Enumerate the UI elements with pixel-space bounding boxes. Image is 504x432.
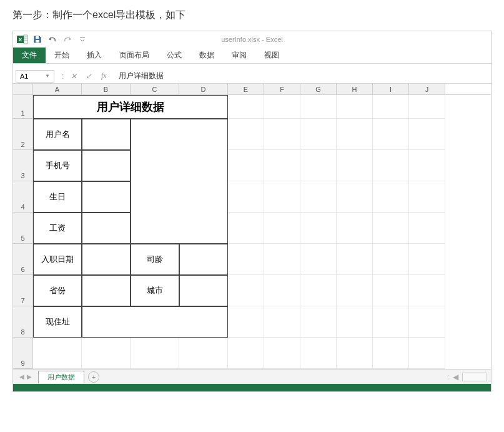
cell-phone-label[interactable]: 手机号 <box>33 150 82 181</box>
formula-bar-icons: : ✕ ✓ fx <box>57 71 114 81</box>
row-header-2[interactable]: 2 <box>13 119 33 150</box>
ribbon-tab-view[interactable]: 视图 <box>255 48 288 63</box>
cell-province-label[interactable]: 省份 <box>33 275 82 306</box>
cell-salary-label[interactable]: 工资 <box>33 213 82 244</box>
col-header-c[interactable]: C <box>131 84 179 94</box>
col-header-h[interactable]: H <box>337 84 373 94</box>
col-header-j[interactable]: J <box>409 84 445 94</box>
formula-input[interactable]: 用户详细数据 <box>114 71 491 81</box>
cell-d6[interactable] <box>179 244 228 275</box>
ribbon-tab-home[interactable]: 开始 <box>46 48 78 63</box>
cell-b7[interactable] <box>82 275 131 306</box>
add-sheet-button[interactable]: + <box>88 371 99 383</box>
quick-access-toolbar: X userInfo.xlsx - Excel <box>13 31 491 48</box>
qat-dropdown-icon[interactable] <box>76 33 89 46</box>
name-box-value: A1 <box>20 73 28 80</box>
col-header-a[interactable]: A <box>33 84 82 94</box>
ribbon-tab-review[interactable]: 审阅 <box>223 48 255 63</box>
grid-area: A B C D E F G H I J 1 2 3 4 5 6 7 8 9 <box>13 84 491 369</box>
col-header-i[interactable]: I <box>373 84 409 94</box>
sheet-tabs: ◀ ▶ 用户数据 + : ◀ <box>13 369 491 384</box>
cell-city-label[interactable]: 城市 <box>131 275 179 306</box>
row-header-8[interactable]: 8 <box>13 306 33 338</box>
enter-icon[interactable]: ✓ <box>84 72 94 81</box>
row-header-1[interactable]: 1 <box>13 95 33 119</box>
row-header-7[interactable]: 7 <box>13 275 33 306</box>
chevron-down-icon: ▼ <box>45 73 50 79</box>
cancel-icon[interactable]: ✕ <box>69 72 79 81</box>
row-header-6[interactable]: 6 <box>13 244 33 275</box>
cell-b3[interactable] <box>82 150 131 181</box>
hscroll-section: : ◀ <box>447 373 487 381</box>
row-headers: 1 2 3 4 5 6 7 8 9 <box>13 95 33 369</box>
sheet-next-icon[interactable]: ▶ <box>27 373 32 380</box>
cell-b4[interactable] <box>82 181 131 213</box>
colon-separator: : <box>62 72 64 81</box>
formula-bar: A1 ▼ : ✕ ✓ fx 用户详细数据 <box>13 69 491 84</box>
col-header-g[interactable]: G <box>300 84 337 94</box>
cell-b2[interactable] <box>82 119 131 150</box>
cell-merged-cd-2to5[interactable] <box>131 119 228 244</box>
ribbon-tab-insert[interactable]: 插入 <box>78 48 111 63</box>
cell-b6[interactable] <box>82 244 131 275</box>
sheet-tab-active[interactable]: 用户数据 <box>38 371 84 383</box>
save-icon[interactable] <box>31 33 44 46</box>
cells-container[interactable]: 用户详细数据 用户名 手机号 生日 工资 入职日期 司龄 省份 <box>33 95 491 369</box>
cell-tenure-label[interactable]: 司龄 <box>131 244 179 275</box>
cell-username-label[interactable]: 用户名 <box>33 119 82 150</box>
col-header-d[interactable]: D <box>179 84 228 94</box>
hscroll-left-icon[interactable]: ◀ <box>453 373 458 381</box>
ribbon-tab-layout[interactable]: 页面布局 <box>111 48 158 63</box>
select-all-corner[interactable] <box>13 84 33 94</box>
ribbon-tab-data[interactable]: 数据 <box>190 48 223 63</box>
ribbon: 文件 开始 插入 页面布局 公式 数据 审阅 视图 <box>13 48 491 64</box>
fx-icon[interactable]: fx <box>99 71 109 81</box>
excel-icon: X <box>16 33 29 46</box>
ribbon-tab-formula[interactable]: 公式 <box>158 48 190 63</box>
sheet-prev-icon[interactable]: ◀ <box>19 373 24 380</box>
svg-rect-7 <box>36 40 39 43</box>
page-caption: 第一步：制作一个excel导出模板，如下 <box>0 0 504 31</box>
row-header-3[interactable]: 3 <box>13 150 33 181</box>
col-header-f[interactable]: F <box>264 84 300 94</box>
column-headers: A B C D E F G H I J <box>13 84 491 95</box>
undo-icon[interactable] <box>46 33 59 46</box>
sheet-nav-arrows[interactable]: ◀ ▶ <box>17 373 34 380</box>
col-header-e[interactable]: E <box>228 84 264 94</box>
cell-address-label[interactable]: 现住址 <box>33 306 82 338</box>
row-header-5[interactable]: 5 <box>13 213 33 244</box>
cell-d7[interactable] <box>179 275 228 306</box>
svg-text:X: X <box>19 37 22 43</box>
redo-icon[interactable] <box>61 33 74 46</box>
ribbon-tab-file[interactable]: 文件 <box>13 48 46 63</box>
cell-b5[interactable] <box>82 213 131 244</box>
row-header-9[interactable]: 9 <box>13 338 33 369</box>
hscroll-track[interactable] <box>462 373 487 381</box>
cell-title[interactable]: 用户详细数据 <box>33 95 228 119</box>
hscroll-colon: : <box>447 373 449 381</box>
svg-rect-2 <box>24 35 27 44</box>
row-header-4[interactable]: 4 <box>13 181 33 213</box>
cell-merged-bd-8[interactable] <box>82 306 228 338</box>
cell-hiredate-label[interactable]: 入职日期 <box>33 244 82 275</box>
title-filename: userInfo.xlsx - Excel <box>159 36 346 43</box>
cell-birthday-label[interactable]: 生日 <box>33 181 82 213</box>
svg-rect-6 <box>36 36 39 39</box>
col-header-b[interactable]: B <box>82 84 131 94</box>
excel-window: X userInfo.xlsx - Excel 文件 开始 插入 页面布局 公式… <box>12 31 492 392</box>
status-bar <box>13 384 491 391</box>
name-box[interactable]: A1 ▼ <box>16 70 54 83</box>
